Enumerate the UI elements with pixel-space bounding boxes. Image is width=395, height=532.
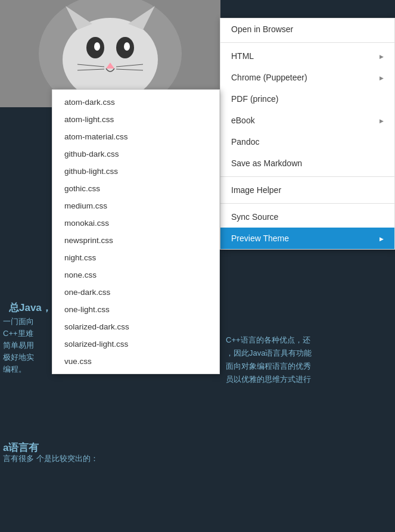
theme-github-dark[interactable]: github-dark.css: [52, 145, 219, 163]
right-text3: 面向对象编程语言的优秀: [226, 360, 389, 373]
theme-atom-material[interactable]: atom-material.css: [52, 128, 219, 145]
theme-vue[interactable]: vue.css: [52, 353, 219, 370]
menu-item-html[interactable]: HTML: [220, 45, 394, 67]
theme-solarized-dark[interactable]: solarized-dark.css: [52, 318, 219, 335]
theme-atom-dark[interactable]: atom-dark.css: [52, 94, 219, 111]
menu-item-save-as-markdown[interactable]: Save as Markdown: [220, 153, 394, 174]
ebook-arrow-icon: [380, 117, 384, 124]
theme-submenu: atom-dark.css atom-light.css atom-materi…: [52, 89, 220, 374]
preview-theme-arrow-icon: [380, 235, 384, 242]
theme-medium[interactable]: medium.css: [52, 197, 219, 214]
bottom-text: 言有很多 个是比较突出的：: [3, 453, 223, 465]
theme-one-light[interactable]: one-light.css: [52, 301, 219, 318]
svg-point-2: [63, 18, 158, 101]
para1-left: 一门面向: [3, 316, 51, 328]
theme-github-light[interactable]: github-light.css: [52, 163, 219, 180]
theme-night[interactable]: night.css: [52, 249, 219, 266]
theme-solarized-light[interactable]: solarized-light.css: [52, 335, 219, 353]
svg-point-7: [94, 42, 100, 51]
right-text2: ，因此Java语言具有功能: [226, 347, 389, 360]
html-arrow-icon: [380, 53, 384, 60]
para5-left: 编程。: [3, 363, 54, 376]
right-text4: 员以优雅的思维方式进行: [226, 373, 389, 386]
chrome-arrow-icon: [380, 74, 384, 81]
menu-item-open-in-browser[interactable]: Open in Browser: [220, 18, 394, 40]
svg-point-8: [124, 42, 130, 51]
menu-separator-2: [220, 176, 394, 177]
para4-left: 极好地实: [3, 351, 54, 364]
java-heading: 总Java，: [9, 301, 52, 315]
menu-item-preview-theme[interactable]: Preview Theme: [220, 228, 394, 249]
para3-left: 简单易用: [3, 340, 54, 352]
menu-item-chrome-puppeteer[interactable]: Chrome (Puppeteer): [220, 67, 394, 88]
menu-item-sync-source[interactable]: Sync Source: [220, 206, 394, 228]
theme-one-dark[interactable]: one-dark.css: [52, 284, 219, 301]
theme-gothic[interactable]: gothic.css: [52, 180, 219, 197]
para2-left: C++里难: [3, 328, 54, 340]
right-content: C++语言的各种优点，还 ，因此Java语言具有功能 面向对象编程语言的优秀 员…: [220, 334, 395, 386]
context-menu: Open in Browser HTML Chrome (Puppeteer) …: [220, 18, 395, 250]
theme-none[interactable]: none.css: [52, 266, 219, 284]
menu-item-image-helper[interactable]: Image Helper: [220, 179, 394, 201]
right-text1: C++语言的各种优点，还: [226, 334, 389, 347]
theme-newsprint[interactable]: newsprint.css: [52, 232, 219, 249]
menu-separator-1: [220, 42, 394, 43]
theme-monokai[interactable]: monokai.css: [52, 214, 219, 232]
menu-item-pdf-prince[interactable]: PDF (prince): [220, 88, 394, 110]
theme-atom-light[interactable]: atom-light.css: [52, 111, 219, 128]
menu-item-ebook[interactable]: eBook: [220, 110, 394, 131]
menu-separator-3: [220, 203, 394, 204]
menu-item-pandoc[interactable]: Pandoc: [220, 131, 394, 153]
